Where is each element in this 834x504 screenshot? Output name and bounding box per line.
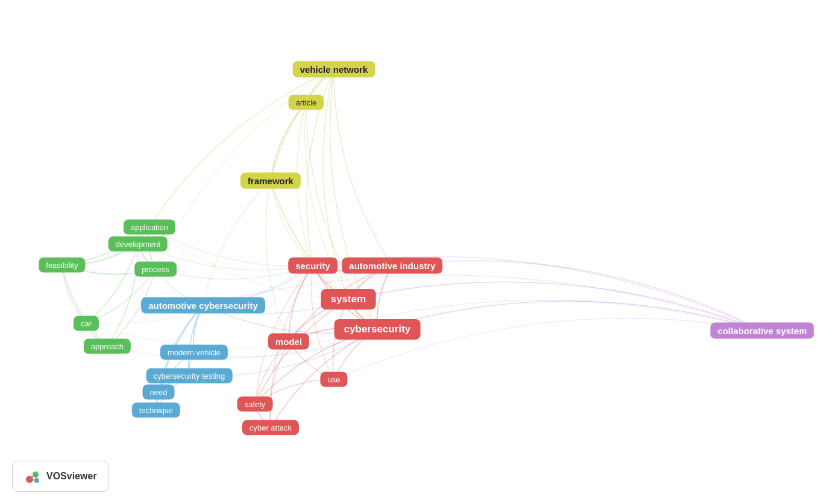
node-vehicle_network[interactable]: vehicle network — [293, 61, 375, 78]
node-collaborative_system[interactable]: collaborative system — [710, 323, 814, 339]
vos-label: VOSviewer — [46, 471, 97, 482]
vosviewer-logo: VOSviewer — [12, 461, 108, 492]
node-article[interactable]: article — [289, 95, 324, 110]
node-automotive_industry[interactable]: automotive industry — [342, 258, 442, 274]
node-security[interactable]: security — [288, 258, 337, 274]
network-graph: VOSviewer vehicle networkarticleframewor… — [0, 0, 834, 504]
node-process[interactable]: process — [134, 262, 177, 277]
node-need[interactable]: need — [143, 385, 175, 400]
node-safety[interactable]: safety — [237, 397, 273, 412]
node-approach[interactable]: approach — [84, 339, 131, 354]
node-development[interactable]: development — [108, 237, 168, 252]
node-feasibility[interactable]: feasibility — [39, 258, 85, 273]
node-car[interactable]: car — [74, 316, 99, 331]
node-cybersecurity_testing[interactable]: cybersecurity testing — [146, 369, 233, 384]
node-cyber_attack[interactable]: cyber attack — [242, 420, 299, 435]
node-modern_vehicle[interactable]: modern vehicle — [160, 345, 228, 360]
node-framework[interactable]: framework — [240, 173, 301, 189]
node-application[interactable]: application — [124, 220, 175, 235]
node-use[interactable]: use — [321, 372, 348, 387]
node-model[interactable]: model — [268, 334, 309, 350]
node-technique[interactable]: technique — [132, 403, 180, 418]
vos-icon — [24, 467, 42, 485]
node-cybersecurity[interactable]: cybersecurity — [334, 319, 421, 340]
node-system[interactable]: system — [321, 289, 376, 310]
connections-svg — [0, 0, 834, 504]
node-automotive_cybersecurity[interactable]: automotive cybersecurity — [141, 297, 265, 314]
